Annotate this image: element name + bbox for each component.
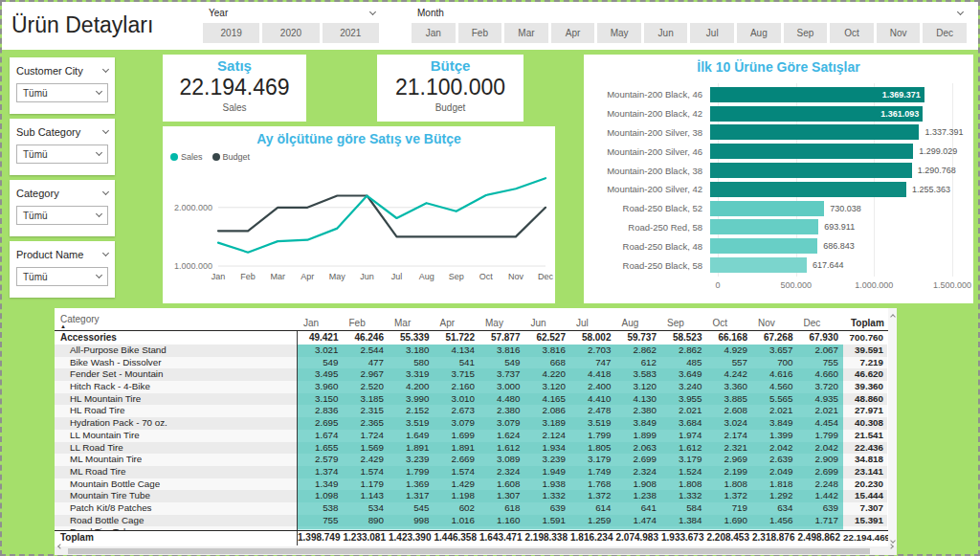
bar-mountain-200-black-46[interactable]: 1.369.371: [710, 87, 924, 102]
column-header-sep[interactable]: Sep: [661, 318, 707, 330]
month-cell: 4.480: [479, 393, 525, 407]
chevron-down-icon[interactable]: [102, 66, 109, 73]
column-header-oct[interactable]: Oct: [707, 318, 753, 330]
table-row-hitch-rack-4-bike[interactable]: Hitch Rack - 4-Bike3.9602.5204.2002.1603…: [55, 381, 897, 393]
month-cell: 4.560: [752, 381, 798, 394]
month-button-jul[interactable]: Jul: [690, 23, 734, 43]
kpi-label: Budget: [377, 102, 523, 113]
chevron-down-icon[interactable]: [369, 8, 376, 14]
bar-value-label: 1.255.363: [912, 182, 950, 197]
bar-value-label: 1.369.371: [882, 87, 921, 102]
table-row-ll-mountain-tire[interactable]: LL Mountain Tire1.6741.7241.6491.6991.62…: [55, 430, 897, 442]
month-cell: 2.324: [616, 466, 662, 479]
table-row-ml-road-tire[interactable]: ML Road Tire1.3741.5741.7991.5742.3241.9…: [55, 466, 897, 478]
year-button-2021[interactable]: 2021: [323, 23, 379, 43]
month-cell: 4.660: [798, 368, 844, 382]
filter-dropdown-customer-city[interactable]: Tümü: [16, 83, 108, 102]
sort-ascending-icon[interactable]: ▲: [60, 324, 298, 328]
chevron-down-icon[interactable]: [102, 189, 109, 195]
scroll-up-icon[interactable]: [890, 314, 896, 320]
bar-category-label: Mountain-200 Black, 38: [584, 166, 710, 176]
month-cell: 3.185: [344, 393, 390, 407]
bar-mountain-200-black-38[interactable]: 1.290.768: [710, 163, 912, 178]
table-row-hl-road-tire[interactable]: HL Road Tire2.8362.3152.1522.6732.3802.0…: [55, 405, 897, 417]
column-header-jun[interactable]: Jun: [525, 318, 571, 330]
chevron-down-icon[interactable]: [102, 250, 109, 256]
table-row-accessories[interactable]: Accessories49.42146.24655.33951.72257.87…: [55, 331, 897, 345]
column-header-toplam[interactable]: Toplam: [843, 318, 887, 330]
filter-dropdown-product-name[interactable]: Tümü: [16, 267, 108, 286]
table-row-mountain-bottle-cage[interactable]: Mountain Bottle Cage1.3491.1791.3691.429…: [55, 478, 897, 491]
month-button-mar[interactable]: Mar: [504, 23, 548, 43]
table-row-bike-wash-dissolver[interactable]: Bike Wash - Dissolver5494775805415496687…: [55, 357, 897, 369]
month-button-nov[interactable]: Nov: [877, 23, 921, 43]
bar-track: 1.299.029: [710, 144, 945, 159]
table-row-ml-mountain-tire[interactable]: ML Mountain Tire2.5792.4293.2392.6693.08…: [55, 454, 897, 466]
month-button-apr[interactable]: Apr: [551, 23, 595, 43]
bar-mountain-200-silver-38[interactable]: 1.337.391: [710, 124, 919, 140]
scrollbar-thumb[interactable]: [68, 548, 870, 554]
bar-road-250-black-48[interactable]: 686.843: [710, 238, 817, 254]
year-button-2020[interactable]: 2020: [262, 23, 319, 43]
bar-mountain-200-black-42[interactable]: 1.361.093: [710, 106, 923, 122]
row-label: Bike Wash - Dissolver: [55, 357, 298, 370]
column-header-feb[interactable]: Feb: [344, 318, 390, 330]
month-button-jan[interactable]: Jan: [412, 23, 456, 43]
month-button-oct[interactable]: Oct: [830, 23, 874, 43]
year-buttons: 201920202021: [203, 23, 379, 43]
vertical-scrollbar[interactable]: [888, 308, 897, 546]
column-header-aug[interactable]: Aug: [616, 318, 662, 330]
filter-dropdown-sub-category[interactable]: Tümü: [16, 145, 108, 164]
horizontal-scrollbar[interactable]: [55, 546, 897, 555]
bar-mountain-200-silver-46[interactable]: 1.299.029: [710, 144, 913, 159]
column-header-mar[interactable]: Mar: [389, 318, 434, 330]
table-row-toplam[interactable]: Toplam1.398.7491.233.0811.423.3901.446.3…: [55, 530, 897, 545]
table-row-mountain-tire-tube[interactable]: Mountain Tire Tube1.0981.1431.3171.1981.…: [55, 490, 897, 502]
column-header-may[interactable]: May: [479, 318, 525, 330]
year-button-2019[interactable]: 2019: [203, 23, 259, 43]
bar-road-250-black-58[interactable]: 617.644: [710, 257, 807, 273]
month-button-jun[interactable]: Jun: [644, 23, 688, 43]
matrix-header-row: Category▲JanFebMarAprMayJunJulAugSepOctN…: [55, 308, 897, 331]
series-line-budget[interactable]: [218, 196, 546, 237]
column-header-nov[interactable]: Nov: [752, 318, 798, 330]
month-cell: 1.591: [525, 515, 571, 528]
table-row-road-bottle-cage[interactable]: Road Bottle Cage7558909981.0161.1601.591…: [55, 515, 897, 527]
column-header-category[interactable]: Category▲: [55, 314, 298, 330]
legend-item-sales[interactable]: Sales: [170, 152, 203, 162]
bar-category-label: Road-250 Red, 58: [584, 222, 710, 233]
bar-category-label: Road-250 Black, 48: [584, 241, 710, 252]
month-button-dec[interactable]: Dec: [923, 23, 967, 43]
table-row-hydration-pack-70-oz[interactable]: Hydration Pack - 70 oz.2.6952.3653.5193.…: [55, 417, 897, 430]
column-header-dec[interactable]: Dec: [798, 318, 844, 330]
bar-mountain-200-silver-42[interactable]: 1.255.363: [710, 182, 906, 197]
month-cell: [525, 526, 571, 530]
month-cell: 3.495: [298, 368, 344, 382]
table-row-ll-road-tire[interactable]: LL Road Tire1.6551.5691.8911.8911.6121.9…: [55, 442, 897, 455]
table-row-patch-kit-8-patches[interactable]: Patch Kit/8 Patches538534545602618639614…: [55, 502, 897, 515]
chevron-down-icon[interactable]: [957, 8, 964, 14]
month-button-aug[interactable]: Aug: [737, 23, 781, 43]
year-slicer-label: Year: [209, 8, 228, 18]
bar-value-label: 1.361.093: [880, 106, 919, 122]
column-header-jul[interactable]: Jul: [570, 318, 616, 330]
table-row-hl-mountain-tire[interactable]: HL Mountain Tire3.1503.1853.9903.0104.48…: [55, 393, 897, 406]
chevron-down-icon[interactable]: [102, 127, 109, 134]
column-header-jan[interactable]: Jan: [298, 318, 344, 330]
bar-road-250-black-52[interactable]: 730.038: [710, 201, 824, 216]
column-header-apr[interactable]: Apr: [434, 318, 480, 330]
bar-road-250-red-58[interactable]: 693.911: [710, 219, 818, 234]
month-button-feb[interactable]: Feb: [458, 23, 502, 43]
month-cell: 2.478: [570, 405, 616, 418]
month-button-sep[interactable]: Sep: [784, 23, 828, 43]
filter-dropdown-category[interactable]: Tümü: [16, 206, 108, 225]
month-buttons: JanFebMarAprMayJunJulAugSepOctNovDec: [412, 23, 967, 43]
table-row-fender-set-mountain[interactable]: Fender Set - Mountain3.4952.9673.3193.71…: [55, 368, 897, 381]
table-row-all-purpose-bike-stand[interactable]: All-Purpose Bike Stand3.0212.5443.1804.1…: [55, 345, 897, 357]
x-axis-tick: 500.000: [780, 280, 812, 290]
legend-item-budget[interactable]: Budget: [212, 152, 251, 162]
month-cell: 3.816: [525, 345, 571, 358]
month-cell: [570, 526, 616, 530]
month-button-may[interactable]: May: [597, 23, 641, 43]
table-row-road-tire-tube[interactable]: Road Tire Tube: [55, 526, 897, 530]
